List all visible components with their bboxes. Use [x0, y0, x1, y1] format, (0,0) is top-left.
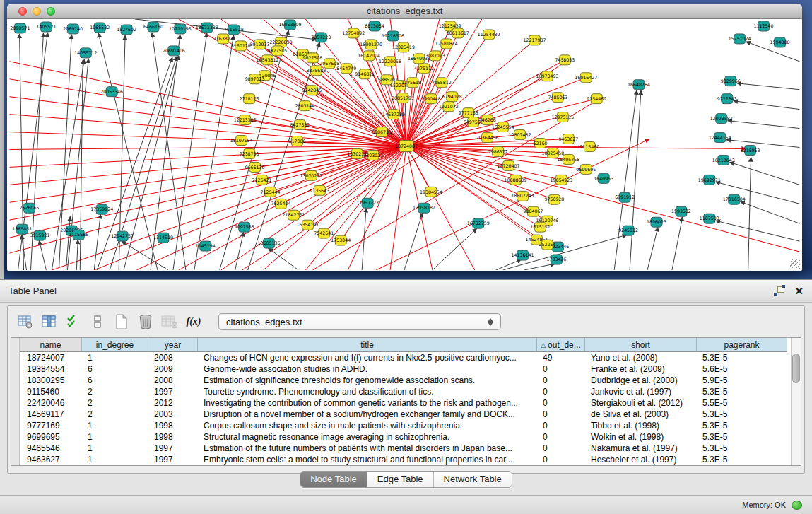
graph-node[interactable]: 8454749 [336, 64, 356, 74]
graph-node[interactable]: 1921072 [439, 102, 459, 112]
graph-node[interactable]: 16782759 [467, 218, 490, 228]
graph-node[interactable]: 16495758 [557, 154, 579, 164]
graph-node[interactable]: 10807487 [509, 130, 531, 140]
modify-table-icon[interactable] [16, 313, 35, 330]
graph-node[interactable]: 7857223 [311, 33, 331, 42]
graph-node[interactable]: 20364456 [476, 133, 499, 143]
function-builder-icon[interactable]: f(x) [184, 313, 203, 330]
graph-node[interactable]: 1527602 [117, 25, 136, 35]
column-header-name[interactable]: name [20, 338, 82, 352]
graph-node[interactable]: 8813054 [365, 21, 384, 31]
column-header-title[interactable]: title [198, 338, 537, 352]
graph-node[interactable]: 12217987 [524, 35, 546, 45]
table-row[interactable]: 969969511998Structural magnetic resonanc… [20, 431, 791, 443]
column-header-pagerank[interactable]: pagerank [697, 338, 787, 352]
graph-node[interactable]: 19692971 [698, 175, 721, 185]
graph-node[interactable]: 14055712 [74, 48, 97, 58]
graph-node[interactable]: 18001270 [360, 40, 382, 49]
graph-node[interactable]: 9463627 [558, 134, 578, 144]
graph-node[interactable]: 10688609 [505, 175, 527, 185]
graph-node[interactable]: 7125444 [261, 187, 281, 197]
table-row[interactable]: 2242004622012Investigating the contribut… [20, 397, 791, 409]
graph-node[interactable]: 8160128 [231, 41, 251, 51]
graph-node[interactable]: 1990448 [421, 94, 441, 104]
graph-node[interactable]: 16245554 [492, 122, 514, 132]
delete-table-icon[interactable] [136, 313, 155, 330]
graph-node[interactable]: 9245012 [618, 226, 638, 235]
graph-node[interactable]: 17016504 [723, 194, 746, 204]
table-row[interactable]: 977716911998Corpus callosum shape and si… [20, 420, 791, 431]
graph-node[interactable]: 6466160 [143, 22, 163, 32]
graph-node[interactable]: 18107554 [230, 136, 253, 146]
graph-node[interactable]: 15720407 [498, 160, 520, 170]
graph-node[interactable]: 1112540 [754, 21, 774, 31]
table-row[interactable]: 946362711997Embryonic stem cells: a mode… [20, 454, 791, 465]
graph-node[interactable]: 1405571 [36, 22, 56, 32]
graph-node[interactable]: 1640953 [594, 173, 613, 183]
graph-node[interactable]: 7515528 [224, 25, 244, 35]
import-table-icon[interactable] [160, 313, 179, 330]
column-header-out_de[interactable]: △out_de... [537, 338, 585, 352]
graph-node[interactable]: 18671388 [196, 23, 218, 33]
graph-node[interactable]: 16210643 [712, 155, 735, 165]
new-table-icon[interactable] [112, 313, 131, 330]
graph-node[interactable]: 2090571 [11, 23, 30, 33]
graph-node[interactable]: 19218506 [382, 31, 404, 41]
table-row[interactable]: 1872400712008Changes of HCN gene express… [20, 352, 791, 363]
network-window-titlebar[interactable]: citations_edges.txt [7, 4, 802, 19]
graph-node[interactable]: 7163822 [213, 34, 233, 44]
graph-node[interactable]: 17359924 [90, 204, 113, 214]
graph-node[interactable]: 16648784 [628, 80, 650, 90]
resize-grip-icon[interactable] [790, 259, 800, 269]
vertical-scrollbar[interactable] [791, 338, 801, 465]
graph-node[interactable]: 16016427 [575, 73, 597, 83]
rows-icon[interactable] [88, 313, 107, 330]
graph-node[interactable]: 13505135 [258, 238, 281, 248]
graph-node[interactable]: 10719195 [169, 24, 192, 34]
graph-node[interactable]: 16053809 [279, 20, 302, 30]
graph-node[interactable]: 2718176 [240, 94, 259, 104]
graph-node[interactable]: 1593502 [671, 206, 691, 216]
graph-node[interactable]: 12213386 [234, 115, 257, 125]
table-row[interactable]: 1456911722003Disruption of a novel membe… [20, 409, 791, 420]
graph-node[interactable]: 16354191 [296, 220, 319, 230]
graph-node[interactable]: 20691406 [163, 46, 185, 56]
graph-node[interactable]: 7542541 [314, 228, 334, 238]
graph-node[interactable]: 1065532 [90, 23, 110, 33]
graph-node[interactable]: 17975115 [551, 112, 574, 122]
graph-node[interactable]: 11254439 [478, 30, 500, 40]
graph-node[interactable]: 7238753 [240, 148, 259, 158]
network-canvas[interactable]: 2090571140557120691401065532152760264661… [8, 19, 801, 270]
graph-node[interactable]: 1385051 [13, 224, 33, 234]
graph-node[interactable]: 9227343 [717, 94, 737, 104]
graph-node[interactable]: 12093582 [710, 114, 733, 124]
table-row[interactable]: 1938455462009Genome-wide association stu… [20, 363, 791, 375]
graph-node[interactable]: 2069140 [63, 24, 83, 34]
graph-node[interactable]: 13958187 [413, 203, 435, 213]
graph-node[interactable]: 19384554 [420, 187, 442, 197]
column-header-short[interactable]: short [585, 338, 697, 352]
graph-node[interactable]: 8215953 [741, 145, 760, 155]
close-panel-icon[interactable]: ✕ [794, 286, 804, 296]
graph-node[interactable]: 19654923 [550, 175, 572, 185]
graph-node[interactable]: 1167533 [700, 214, 719, 223]
table-row[interactable]: 946554611997Estimation of the future num… [20, 443, 791, 454]
graph-node[interactable]: 12754092 [342, 28, 365, 38]
tab-node-table[interactable]: Node Table [300, 472, 367, 487]
graph-node[interactable]: 10973493 [536, 71, 558, 81]
graph-node[interactable]: 9115460 [579, 142, 599, 152]
network-svg[interactable]: 2090571140557120691401065532152760264661… [8, 19, 801, 270]
column-header-in_degree[interactable]: in_degree [82, 338, 148, 352]
graph-node[interactable]: 62160 [533, 139, 547, 148]
graph-node[interactable]: 8427552 [290, 120, 310, 130]
graph-node[interactable]: 9329966 [721, 76, 741, 86]
table-selector-dropdown[interactable]: citations_edges.txt [218, 313, 501, 330]
graph-node[interactable]: 1753044 [331, 235, 351, 245]
float-panel-icon[interactable] [774, 286, 784, 296]
graph-node[interactable]: 7485063 [548, 93, 567, 103]
graph-node[interactable]: 1733426 [546, 255, 566, 264]
select-columns-icon[interactable] [40, 313, 59, 330]
graph-node[interactable]: 14136141 [512, 250, 534, 260]
graph-node[interactable]: 9756928 [544, 194, 564, 204]
graph-node[interactable]: 6791912 [615, 192, 635, 202]
